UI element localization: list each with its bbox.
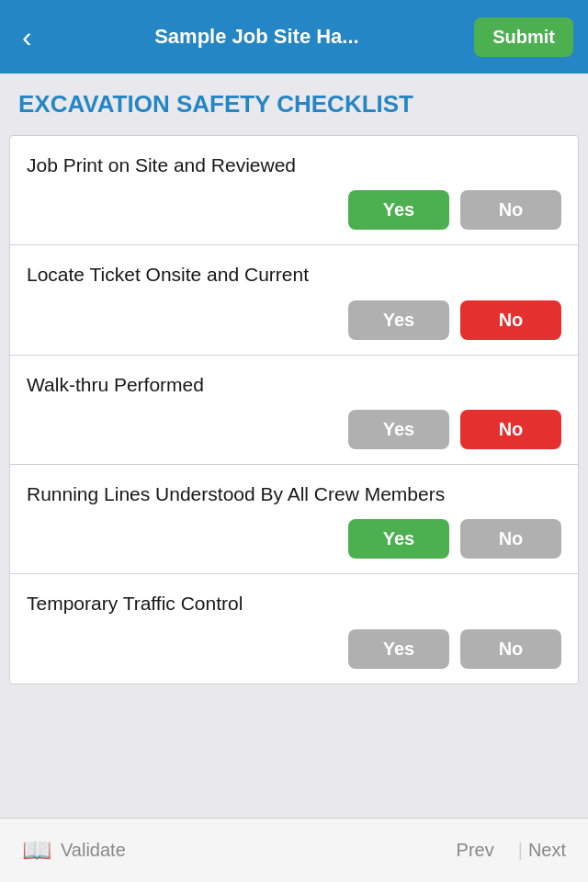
no-button-5[interactable]: No [460, 629, 561, 669]
item-buttons-2: YesNo [27, 300, 561, 340]
item-label-3: Walk-thru Performed [27, 372, 561, 397]
yes-button-4[interactable]: Yes [348, 519, 449, 559]
item-label-5: Temporary Traffic Control [27, 591, 561, 616]
checklist-item: Walk-thru PerformedYesNo [10, 356, 578, 465]
checklist-item: Temporary Traffic ControlYesNo [10, 574, 578, 683]
item-label-2: Locate Ticket Onsite and Current [27, 262, 561, 287]
yes-button-3[interactable]: Yes [348, 410, 449, 449]
no-button-2[interactable]: No [460, 300, 561, 340]
item-label-4: Running Lines Understood By All Crew Mem… [27, 481, 561, 506]
yes-button-5[interactable]: Yes [348, 629, 449, 669]
next-button[interactable]: Next [528, 840, 566, 861]
header-title: Sample Job Site Ha... [40, 25, 475, 49]
bottom-nav: 📖 Validate Prev | Next [0, 818, 588, 882]
checklist-item: Job Print on Site and ReviewedYesNo [10, 136, 578, 245]
yes-button-1[interactable]: Yes [348, 190, 449, 230]
bottom-left: 📖 Validate [22, 836, 126, 865]
item-buttons-1: YesNo [27, 190, 561, 230]
checklist-item: Locate Ticket Onsite and CurrentYesNo [10, 245, 578, 355]
bottom-right: Prev | Next [457, 840, 566, 861]
page-title-area: EXCAVATION SAFETY CHECKLIST [0, 74, 588, 135]
prev-button[interactable]: Prev [457, 840, 494, 861]
item-buttons-3: YesNo [27, 410, 561, 449]
page-title: EXCAVATION SAFETY CHECKLIST [18, 90, 570, 119]
validate-label[interactable]: Validate [61, 840, 126, 861]
yes-button-2[interactable]: Yes [348, 300, 449, 340]
no-button-1[interactable]: No [460, 190, 561, 230]
app-header: ‹ Sample Job Site Ha... Submit [0, 0, 588, 74]
checklist-content: Job Print on Site and ReviewedYesNoLocat… [0, 135, 588, 818]
item-buttons-4: YesNo [27, 519, 561, 559]
no-button-4[interactable]: No [460, 519, 561, 559]
no-button-3[interactable]: No [460, 410, 561, 449]
submit-button[interactable]: Submit [474, 17, 573, 57]
item-label-1: Job Print on Site and Reviewed [27, 153, 561, 177]
item-buttons-5: YesNo [27, 629, 561, 669]
back-button[interactable]: ‹ [15, 13, 40, 62]
checklist-card: Job Print on Site and ReviewedYesNoLocat… [9, 135, 579, 684]
checklist-item: Running Lines Understood By All Crew Mem… [10, 465, 578, 574]
book-icon: 📖 [22, 836, 51, 865]
